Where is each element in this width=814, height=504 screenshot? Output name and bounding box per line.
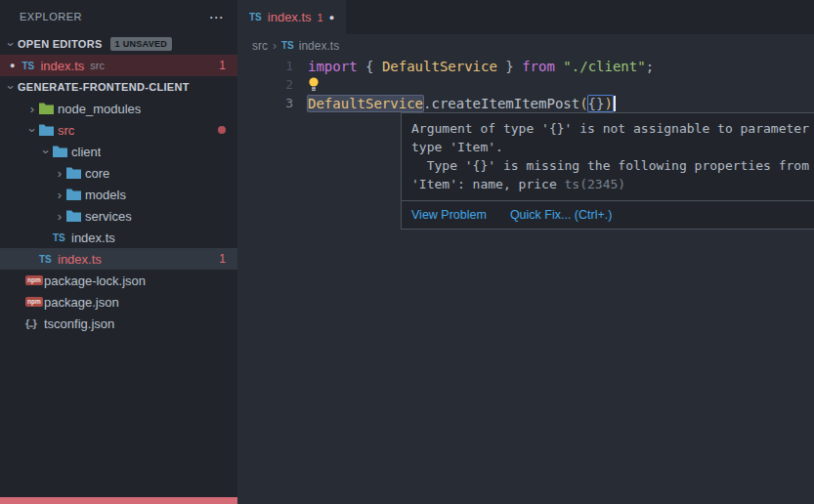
project-section-header[interactable]: › GENERATE-FRONTEND-CLIENT — [0, 76, 237, 98]
breadcrumb-file[interactable]: index.ts — [299, 39, 339, 53]
tree-item-client[interactable]: ›client — [0, 141, 237, 162]
tree-item-models[interactable]: ›models — [0, 184, 237, 205]
tree-item-node-modules[interactable]: ›node_modules — [0, 98, 237, 119]
npm-icon: npm — [25, 297, 44, 308]
code-line-2[interactable]: 2 — [237, 75, 814, 94]
chevron-right-icon[interactable]: › — [53, 166, 66, 181]
tree-item-label: src — [58, 123, 74, 138]
error-line: 'Item': name, price ts(2345) — [411, 175, 814, 193]
error-line: Argument of type '{}' is not assignable … — [411, 119, 814, 138]
chevron-down-icon[interactable]: › — [39, 145, 54, 158]
line-content: DefaultService.createItemItemPost({}) — [308, 96, 616, 111]
code-token: DefaultService — [382, 59, 497, 74]
folder-icon — [66, 210, 85, 222]
chevron-right-icon: › — [273, 39, 277, 53]
folder-icon — [53, 146, 71, 157]
tree-item-label: models — [85, 188, 126, 202]
explorer-header: EXPLORER ⋯ — [0, 0, 237, 33]
line-content: import { DefaultService } from "./client… — [308, 59, 654, 74]
typescript-icon: TS — [21, 61, 40, 71]
open-editors-header[interactable]: › OPEN EDITORS 1 UNSAVED — [0, 33, 237, 55]
text-cursor — [614, 96, 616, 111]
breadcrumb-folder[interactable]: src — [252, 39, 268, 53]
tree-item-package-json[interactable]: npmpackage.json — [0, 291, 237, 313]
tree-item-label: package.json — [44, 295, 119, 310]
folder-icon — [39, 103, 58, 114]
open-editor-path: src — [90, 60, 105, 71]
code-token: import — [308, 59, 358, 74]
tab-bar: TS index.ts 1 ● — [237, 0, 814, 34]
chevron-down-icon[interactable]: › — [4, 37, 19, 51]
typescript-icon: TS — [249, 12, 262, 22]
explorer-sidebar: EXPLORER ⋯ › OPEN EDITORS 1 UNSAVED ● TS… — [0, 0, 237, 504]
open-editor-filename: index.ts — [40, 59, 84, 73]
error-message: Argument of type '{}' is not assignable … — [402, 113, 814, 200]
problems-badge: 1 — [219, 252, 226, 266]
code-token: {} — [588, 96, 605, 111]
tree-item-services[interactable]: ›services — [0, 205, 237, 227]
code-token: ( — [579, 96, 587, 111]
tree-item-label: node_modules — [58, 102, 141, 116]
typescript-icon: TS — [281, 40, 294, 51]
lightbulb-icon[interactable] — [308, 77, 320, 92]
line-number: 2 — [237, 77, 293, 92]
view-problem-button[interactable]: View Problem — [411, 208, 487, 222]
tree-item-index-ts[interactable]: TSindex.ts1 — [0, 248, 237, 270]
error-line: type 'Item'. — [411, 138, 814, 156]
code-token: { — [358, 59, 382, 74]
error-dot-icon — [218, 126, 226, 134]
code-line-3[interactable]: 3DefaultService.createItemItemPost({}) — [237, 94, 814, 112]
chevron-right-icon[interactable]: › — [25, 102, 39, 116]
error-code: ts(2345) — [565, 177, 626, 191]
code-line-1[interactable]: 1import { DefaultService } from "./clien… — [237, 57, 814, 75]
typescript-icon: TS — [39, 254, 58, 265]
tree-item-label: tsconfig.json — [44, 316, 114, 331]
tree-item-label: index.ts — [71, 231, 115, 245]
open-editors-label: OPEN EDITORS — [18, 38, 103, 50]
error-line: Type '{}' is missing the following prope… — [411, 156, 814, 175]
open-editor-item-index-ts[interactable]: ● TS index.ts src 1 — [0, 55, 237, 76]
tab-label: index.ts — [268, 10, 312, 24]
tree-item-label: services — [85, 209, 132, 224]
line-number: 3 — [237, 96, 293, 110]
code-token: "./client" — [563, 59, 645, 74]
tree-item-package-lock-json[interactable]: npmpackage-lock.json — [0, 270, 237, 291]
quick-fix-button[interactable]: Quick Fix... (Ctrl+.) — [510, 208, 613, 222]
code-token: DefaultService — [308, 96, 423, 111]
sidebar-bottom-strip — [0, 497, 237, 504]
folder-icon — [39, 124, 58, 136]
code-token: ) — [604, 96, 612, 111]
tree-item-label: client — [71, 145, 101, 159]
vscode-window: EXPLORER ⋯ › OPEN EDITORS 1 UNSAVED ● TS… — [0, 0, 814, 504]
editor-group: TS index.ts 1 ● src › TS index.ts 1impor… — [237, 0, 814, 504]
folder-icon — [66, 167, 85, 179]
tree-item-index-ts[interactable]: TSindex.ts — [0, 227, 237, 248]
chevron-right-icon[interactable]: › — [53, 209, 66, 224]
tab-index-ts[interactable]: TS index.ts 1 ● — [237, 0, 346, 34]
chevron-down-icon[interactable]: › — [4, 80, 19, 94]
bracket-highlight: {}) — [588, 96, 613, 111]
chevron-right-icon[interactable]: › — [53, 188, 66, 202]
code-token: createItemItemPost — [431, 96, 579, 111]
explorer-title: EXPLORER — [20, 11, 82, 22]
file-tree: ›node_modules›src›client›core›models›ser… — [0, 98, 237, 334]
code-area[interactable]: 1import { DefaultService } from "./clien… — [237, 57, 814, 112]
tree-item-label: index.ts — [58, 252, 102, 267]
code-token — [555, 59, 563, 74]
tree-item-label: core — [85, 166, 109, 181]
breadcrumb: src › TS index.ts — [237, 34, 814, 57]
tree-item-tsconfig-json[interactable]: {..}tsconfig.json — [0, 313, 237, 334]
line-content — [308, 77, 321, 92]
chevron-down-icon[interactable]: › — [25, 123, 40, 137]
modified-dot-icon[interactable]: ● — [10, 61, 15, 70]
tree-item-src[interactable]: ›src — [0, 119, 237, 141]
tab-problems-badge: 1 — [318, 12, 323, 23]
more-actions-icon[interactable]: ⋯ — [209, 10, 225, 24]
code-token: } — [497, 59, 522, 74]
typescript-icon: TS — [53, 232, 71, 243]
line-number: 1 — [237, 59, 293, 73]
unsaved-badge: 1 UNSAVED — [110, 37, 173, 51]
error-hover-popup: Argument of type '{}' is not assignable … — [401, 112, 814, 230]
tree-item-core[interactable]: ›core — [0, 162, 237, 184]
modified-dot-icon[interactable]: ● — [329, 13, 334, 22]
